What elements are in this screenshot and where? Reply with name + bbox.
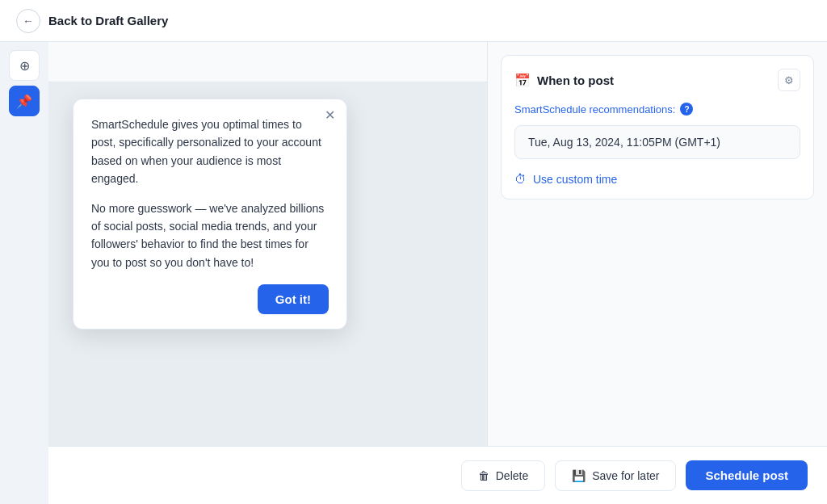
card-title-row: 📅 When to post (514, 73, 614, 88)
use-custom-time-button[interactable]: ⏱ Use custom time (514, 172, 800, 186)
clock-icon: ⏱ (514, 172, 527, 186)
main-content: ⊕ 📌 📅 When to post ⚙ SmartSchedule recom… (0, 42, 827, 504)
help-icon[interactable]: ? (680, 103, 693, 116)
editor-top-strip (48, 42, 487, 82)
tooltip-text: SmartSchedule gives you optimal times to… (91, 116, 329, 271)
settings-button[interactable]: ⚙ (778, 69, 800, 91)
save-icon: 💾 (572, 469, 586, 482)
tooltip-close-button[interactable]: ✕ (325, 109, 335, 122)
delete-button[interactable]: 🗑 Delete (461, 460, 545, 491)
tooltip-paragraph-1: SmartSchedule gives you optimal times to… (91, 116, 329, 188)
settings-icon: ⚙ (784, 74, 794, 86)
calendar-icon: 📅 (514, 73, 531, 88)
schedule-post-button[interactable]: Schedule post (686, 460, 808, 490)
delete-label: Delete (496, 469, 528, 482)
right-panel: 📅 When to post ⚙ SmartSchedule recommend… (488, 42, 827, 504)
when-to-post-card: 📅 When to post ⚙ SmartSchedule recommend… (501, 55, 814, 200)
pin-tool-button[interactable]: 📌 (9, 86, 40, 116)
smart-schedule-tooltip: ✕ SmartSchedule gives you optimal times … (73, 99, 347, 330)
when-to-post-title: When to post (537, 74, 614, 87)
pin-icon: 📌 (16, 94, 32, 109)
sidebar-tools: ⊕ 📌 (0, 42, 48, 504)
tooltip-paragraph-2: No more guesswork — we've analyzed billi… (91, 200, 329, 272)
got-it-button[interactable]: Got it! (258, 284, 329, 314)
custom-time-label: Use custom time (533, 173, 617, 186)
got-it-label: Got it! (275, 292, 311, 306)
tooltip-footer: Got it! (91, 284, 329, 314)
delete-icon: 🗑 (478, 469, 489, 482)
back-arrow-icon: ← (16, 9, 40, 33)
save-label: Save for later (592, 469, 659, 482)
smart-schedule-label: SmartSchedule recommendations: (514, 103, 675, 116)
card-header: 📅 When to post ⚙ (514, 69, 800, 91)
header: ← Back to Draft Gallery (0, 0, 827, 42)
back-label: Back to Draft Gallery (48, 14, 168, 27)
add-icon: ⊕ (19, 58, 30, 74)
add-tool-button[interactable]: ⊕ (9, 50, 40, 81)
close-icon: ✕ (325, 108, 335, 122)
back-button[interactable]: ← Back to Draft Gallery (16, 9, 168, 33)
schedule-label: Schedule post (705, 468, 788, 482)
save-for-later-button[interactable]: 💾 Save for later (555, 460, 676, 491)
smart-schedule-row: SmartSchedule recommendations: ? (514, 103, 800, 116)
time-slot[interactable]: Tue, Aug 13, 2024, 11:05PM (GMT+1) (514, 125, 800, 159)
bottom-bar: 🗑 Delete 💾 Save for later Schedule post (48, 446, 827, 504)
